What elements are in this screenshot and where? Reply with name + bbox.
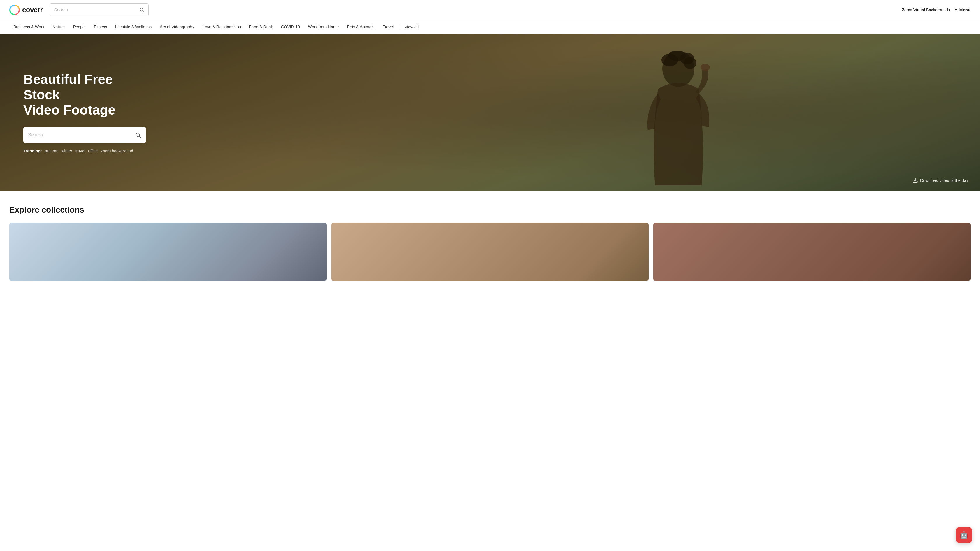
download-icon xyxy=(913,178,918,183)
svg-line-2 xyxy=(143,11,144,12)
header: coverr Zoom Virtual Backgrounds Menu xyxy=(0,0,980,20)
svg-point-8 xyxy=(701,64,710,71)
collections-grid xyxy=(10,223,970,281)
trending-tag-office[interactable]: office xyxy=(88,149,98,153)
nav-item-covid[interactable]: COVID-19 xyxy=(277,20,304,34)
download-label: Download video of the day xyxy=(920,178,968,183)
hero-search-bar[interactable] xyxy=(23,127,146,143)
logo-text: coverr xyxy=(22,6,43,14)
trending-tag-travel[interactable]: travel xyxy=(75,149,85,153)
hero-title: Beautiful Free Stock Video Footage xyxy=(23,72,140,118)
collection-card-bg-3 xyxy=(653,223,970,281)
collections-title: Explore collections xyxy=(10,205,970,214)
nav-item-business-work[interactable]: Business & Work xyxy=(10,20,48,34)
nav-view-all[interactable]: View all xyxy=(401,20,423,34)
header-search-input[interactable] xyxy=(54,7,139,12)
nav-item-work-home[interactable]: Work from Home xyxy=(304,20,343,34)
trending-tag-winter[interactable]: winter xyxy=(61,149,72,153)
hero-search-input[interactable] xyxy=(28,132,135,138)
nav-item-lifestyle[interactable]: Lifestyle & Wellness xyxy=(111,20,156,34)
nav-item-pets[interactable]: Pets & Animals xyxy=(343,20,379,34)
hero-search-icon xyxy=(135,132,141,138)
search-icon xyxy=(139,7,145,13)
trending-label: Trending: xyxy=(23,149,42,153)
header-search-bar[interactable] xyxy=(49,3,149,16)
zoom-bg-link[interactable]: Zoom Virtual Backgrounds xyxy=(902,8,950,12)
nav-item-love[interactable]: Love & Relationships xyxy=(198,20,245,34)
trending-tag-zoom[interactable]: zoom background xyxy=(100,149,133,153)
hero-content: Beautiful Free Stock Video Footage Trend… xyxy=(0,72,163,154)
svg-point-7 xyxy=(684,57,697,69)
collection-card-bg-1 xyxy=(10,223,327,281)
nav-divider xyxy=(399,24,399,30)
nav-item-travel[interactable]: Travel xyxy=(379,20,398,34)
menu-label: Menu xyxy=(959,7,970,12)
svg-line-10 xyxy=(139,136,141,138)
collection-card-2[interactable] xyxy=(331,223,649,281)
collections-section: Explore collections xyxy=(0,191,980,291)
hero-section: Beautiful Free Stock Video Footage Trend… xyxy=(0,34,980,191)
nav-item-people[interactable]: People xyxy=(69,20,90,34)
nav-item-aerial[interactable]: Aerial Videography xyxy=(156,20,198,34)
category-nav: Business & Work Nature People Fitness Li… xyxy=(0,20,980,34)
menu-button[interactable]: Menu xyxy=(955,7,970,12)
collection-card-3[interactable] xyxy=(653,223,970,281)
chevron-down-icon xyxy=(955,9,958,11)
logo-icon xyxy=(10,5,20,15)
trending-tag-autumn[interactable]: autumn xyxy=(45,149,59,153)
logo[interactable]: coverr xyxy=(10,5,43,15)
hero-figure xyxy=(632,51,725,191)
trending-row: Trending: autumn winter travel office zo… xyxy=(23,149,140,153)
collection-card-1[interactable] xyxy=(10,223,327,281)
nav-item-nature[interactable]: Nature xyxy=(48,20,69,34)
collection-card-bg-2 xyxy=(331,223,649,281)
header-right: Zoom Virtual Backgrounds Menu xyxy=(902,7,970,12)
nav-item-fitness[interactable]: Fitness xyxy=(90,20,111,34)
nav-item-food[interactable]: Food & Drink xyxy=(245,20,277,34)
download-video-btn[interactable]: Download video of the day xyxy=(913,178,968,183)
